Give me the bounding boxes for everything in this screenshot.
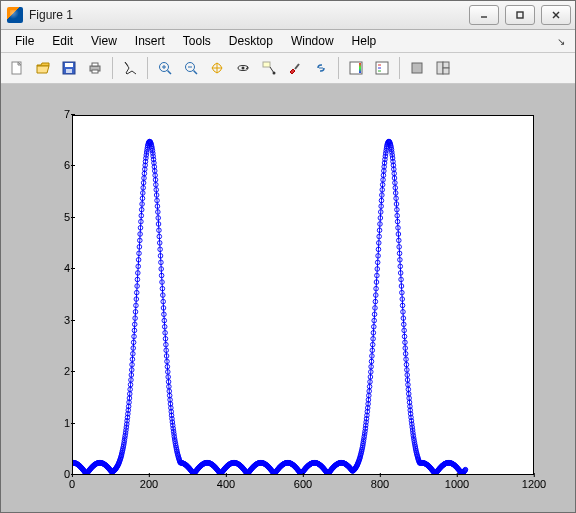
- menu-file[interactable]: File: [7, 32, 42, 50]
- svg-rect-30: [412, 63, 422, 73]
- menu-view[interactable]: View: [83, 32, 125, 50]
- svg-rect-10: [92, 63, 98, 66]
- y-tick-label: 2: [40, 365, 70, 377]
- x-tick-label: 0: [69, 478, 75, 490]
- x-tick-label: 1200: [522, 478, 546, 490]
- menubar: File Edit View Insert Tools Desktop Wind…: [1, 30, 575, 53]
- y-tick-label: 3: [40, 314, 70, 326]
- menu-window[interactable]: Window: [283, 32, 342, 50]
- y-tick-label: 1: [40, 417, 70, 429]
- svg-rect-11: [92, 70, 98, 73]
- figure-window: Figure 1 File Edit View Insert Tools Des…: [0, 0, 576, 513]
- menu-edit[interactable]: Edit: [44, 32, 81, 50]
- titlebar: Figure 1: [1, 1, 575, 30]
- menu-insert[interactable]: Insert: [127, 32, 173, 50]
- svg-line-13: [168, 71, 172, 75]
- x-tick-label: 600: [294, 478, 312, 490]
- svg-point-22: [273, 72, 276, 75]
- print-button[interactable]: [83, 56, 107, 80]
- maximize-button[interactable]: [505, 5, 535, 25]
- minimize-button[interactable]: [469, 5, 499, 25]
- x-tick-label: 1000: [445, 478, 469, 490]
- y-tick-label: 4: [40, 262, 70, 274]
- rotate-3d-button[interactable]: [231, 56, 255, 80]
- x-tick-label: 400: [217, 478, 235, 490]
- menu-tools[interactable]: Tools: [175, 32, 219, 50]
- svg-rect-31: [437, 62, 443, 74]
- y-tick-label: 6: [40, 159, 70, 171]
- menu-desktop[interactable]: Desktop: [221, 32, 281, 50]
- new-figure-button[interactable]: [5, 56, 29, 80]
- insert-colorbar-button[interactable]: [344, 56, 368, 80]
- hide-plot-tools-button[interactable]: [405, 56, 429, 80]
- matlab-icon: [7, 7, 23, 23]
- dock-menu-icon[interactable]: ↘: [553, 36, 569, 47]
- svg-rect-21: [263, 62, 270, 67]
- figure-client-area: 01234567 020040060080010001200: [1, 84, 575, 512]
- window-controls: [469, 5, 571, 25]
- x-tick-label: 200: [140, 478, 158, 490]
- zoom-out-button[interactable]: [179, 56, 203, 80]
- window-title: Figure 1: [29, 8, 469, 22]
- y-tick-label: 0: [40, 468, 70, 480]
- show-plot-tools-button[interactable]: [431, 56, 455, 80]
- menu-help[interactable]: Help: [344, 32, 385, 50]
- axes[interactable]: [72, 115, 534, 475]
- open-button[interactable]: [31, 56, 55, 80]
- svg-line-17: [194, 71, 198, 75]
- edit-plot-button[interactable]: [118, 56, 142, 80]
- save-button[interactable]: [57, 56, 81, 80]
- data-cursor-button[interactable]: [257, 56, 281, 80]
- pan-button[interactable]: [205, 56, 229, 80]
- svg-point-20: [242, 67, 245, 70]
- svg-rect-26: [376, 62, 388, 74]
- brush-button[interactable]: [283, 56, 307, 80]
- svg-rect-32: [443, 62, 449, 68]
- toolbar: [1, 53, 575, 84]
- zoom-in-button[interactable]: [153, 56, 177, 80]
- x-tick-label: 800: [371, 478, 389, 490]
- insert-legend-button[interactable]: [370, 56, 394, 80]
- link-button[interactable]: [309, 56, 333, 80]
- svg-rect-1: [517, 12, 523, 18]
- close-button[interactable]: [541, 5, 571, 25]
- figure-panel: 01234567 020040060080010001200: [7, 90, 569, 506]
- svg-rect-8: [66, 69, 72, 73]
- plot-line: [73, 116, 533, 474]
- y-tick-label: 7: [40, 108, 70, 120]
- svg-rect-7: [65, 63, 73, 67]
- svg-rect-33: [443, 68, 449, 74]
- y-tick-label: 5: [40, 211, 70, 223]
- svg-rect-25: [359, 63, 361, 73]
